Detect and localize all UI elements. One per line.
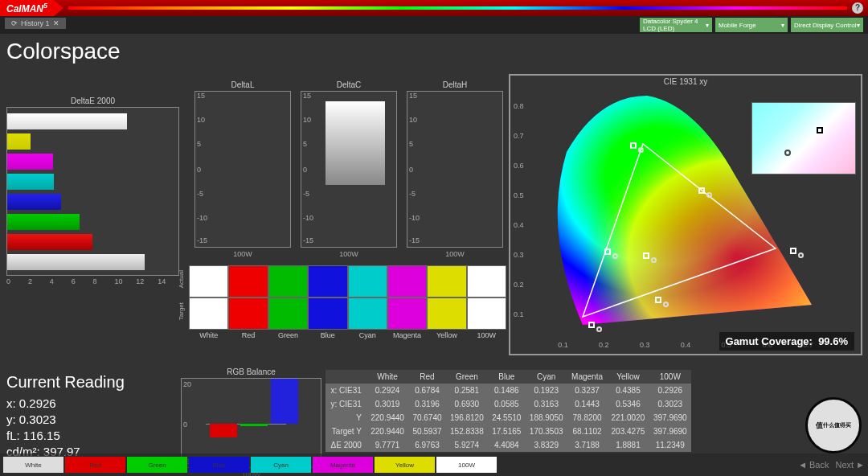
table-header	[326, 370, 366, 384]
deltah-chart: DeltaH 151050-5-10-15100W	[407, 80, 503, 252]
current-reading-title: Current Reading	[6, 373, 125, 392]
rgb-bar-Green	[240, 424, 268, 426]
rgb-bar-Blue	[271, 379, 298, 424]
table-cell: 0.1923	[526, 384, 567, 397]
history-tab[interactable]: ⟳ History 1 ✕	[5, 18, 66, 29]
table-cell: 170.3503	[526, 425, 567, 438]
table-cell: 0.3196	[408, 397, 445, 411]
table-rowhead: Target Y	[326, 425, 366, 438]
next-button[interactable]: Next►	[835, 460, 865, 470]
bar-Red	[7, 234, 92, 250]
table-cell: 9.7771	[366, 438, 408, 452]
table-cell: 152.8338	[446, 425, 488, 438]
cie-point-Cyan	[604, 248, 611, 255]
table-cell: 24.5510	[488, 411, 525, 425]
bar-Cyan	[7, 174, 54, 190]
back-button[interactable]: ◄Back	[798, 460, 829, 470]
device-selector-1[interactable]: Mobile Forge▾	[715, 18, 788, 32]
swatch-target-White	[189, 298, 228, 330]
table-cell: 220.9440	[366, 425, 408, 438]
page-title: Colorspace	[6, 39, 862, 64]
table-cell: 196.8120	[446, 411, 488, 425]
table-cell: 70.6740	[408, 411, 445, 425]
table-cell: 0.1486	[488, 384, 525, 397]
footer-btn-Red[interactable]: Red	[65, 457, 125, 473]
table-cell: 1.8881	[607, 438, 649, 452]
table-cell: 78.8200	[567, 411, 607, 425]
refresh-icon[interactable]: ⟳	[11, 19, 18, 27]
table-cell: 0.6930	[446, 397, 488, 411]
table-cell: 0.6784	[408, 384, 445, 397]
reading-row: y: 0.3023	[6, 412, 125, 426]
bar-Yellow	[7, 133, 31, 150]
deltal-chart: DeltaL 151050-5-10-15100W	[194, 80, 291, 252]
cie-point-Magenta	[655, 297, 661, 303]
swatch-target-Red	[228, 298, 268, 330]
hue-bar	[68, 6, 847, 10]
bar-Green	[7, 214, 80, 230]
close-icon[interactable]: ✕	[53, 19, 59, 27]
deltae-chart: DeltaE 2000 02468101214	[6, 96, 179, 285]
device-selector-0[interactable]: Datacolor Spyder 4 LCD (LED)▾	[640, 18, 712, 32]
table-header: Magenta	[567, 370, 607, 384]
table-cell: 5.9274	[446, 438, 488, 452]
device-selector-2[interactable]: Direct Display Control▾	[791, 18, 863, 32]
reading-row: fL: 116.15	[6, 429, 125, 442]
swatch-actual-Blue	[308, 265, 347, 298]
table-cell: 0.2924	[366, 384, 408, 397]
reading-row: x: 0.2926	[6, 396, 125, 410]
swatch-target-Yellow	[427, 298, 466, 330]
table-header: Red	[408, 370, 445, 384]
swatch-actual-Yellow	[427, 265, 466, 298]
table-cell: 50.5937	[408, 425, 445, 438]
swatch-actual-100W	[467, 265, 506, 298]
table-header: 100W	[649, 370, 691, 384]
bar-White	[7, 113, 127, 129]
footer-btn-Blue[interactable]: Blue	[189, 457, 249, 473]
table-cell: 0.1443	[567, 397, 607, 411]
footer-btn-Magenta[interactable]: Magenta	[313, 457, 373, 473]
footer-btn-White[interactable]: White	[3, 457, 63, 473]
swatch-target-Cyan	[348, 298, 387, 330]
table-cell: 0.3163	[526, 397, 567, 411]
app-logo: CalMAN5	[0, 0, 54, 16]
rgb-bar-Red	[210, 424, 237, 437]
swatch-target-Blue	[308, 298, 347, 330]
cie-point-Red	[790, 248, 796, 254]
cie-point-Yellow	[698, 187, 705, 194]
table-cell: 11.2349	[649, 438, 691, 452]
chevron-right-icon: ►	[856, 460, 865, 470]
swatch-target-Magenta	[387, 298, 427, 330]
bar-Magenta	[7, 154, 53, 170]
swatch-target-100W	[467, 298, 506, 330]
table-cell: 3.7188	[567, 438, 607, 452]
table-cell: 0.4385	[607, 384, 649, 397]
cie-point-Green	[630, 142, 637, 149]
app-header: CalMAN5 ?	[0, 0, 868, 16]
table-cell: 188.9050	[526, 411, 567, 425]
footer-btn-100W[interactable]: 100W	[436, 457, 497, 473]
device-selector-row: Datacolor Spyder 4 LCD (LED)▾Mobile Forg…	[0, 16, 868, 34]
table-cell: 3.8329	[526, 438, 567, 452]
table-cell: 0.0585	[488, 397, 525, 411]
cie-preview	[751, 102, 856, 174]
table-cell: 0.3019	[366, 397, 408, 411]
help-icon[interactable]: ?	[852, 2, 863, 14]
table-cell: 17.5165	[488, 425, 525, 438]
table-cell: 0.5346	[607, 397, 649, 411]
footer-btn-Cyan[interactable]: Cyan	[251, 457, 311, 473]
table-cell: 4.4084	[488, 438, 525, 452]
footer-btn-Yellow[interactable]: Yellow	[375, 457, 435, 473]
table-cell: 0.2926	[649, 384, 691, 397]
current-reading: Current Reading x: 0.2926y: 0.3023fL: 11…	[6, 373, 125, 461]
logo-triangle-icon	[54, 0, 63, 16]
swatch-actual-Cyan	[348, 265, 387, 298]
swatch-actual-White	[189, 265, 228, 298]
color-swatches: Actual Target WhiteRedGreenBlueCyanMagen…	[189, 265, 506, 339]
table-header: Blue	[488, 370, 525, 384]
chevron-down-icon: ▾	[857, 22, 860, 29]
table-cell: 397.9690	[649, 411, 691, 425]
footer-btn-Green[interactable]: Green	[127, 457, 187, 473]
cie-point-Blue	[588, 322, 595, 328]
watermark-icon: 值什么值得买	[805, 397, 862, 453]
